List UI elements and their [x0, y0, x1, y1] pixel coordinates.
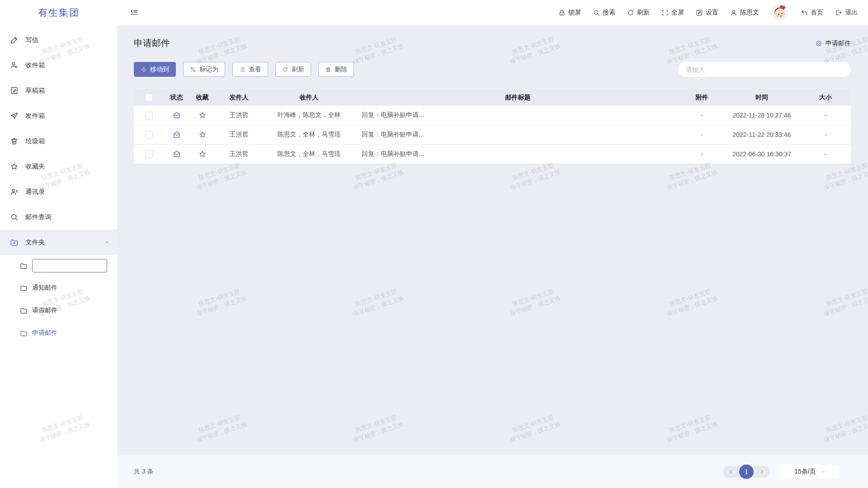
- table-header: 状态 收藏 发件人 收件人 邮件标题 附件 时间 大小: [134, 89, 851, 106]
- list-footer: 共 3 条 1 15条/页: [118, 455, 868, 488]
- time-cell: 2022-11-22 20:33:46: [723, 131, 800, 138]
- toolbar-button-label: 查看: [249, 66, 261, 74]
- toolbar-button-icon: [190, 66, 196, 73]
- sidebar-folder-item[interactable]: 请假邮件: [0, 299, 118, 322]
- toolbar-button-icon: [239, 66, 245, 73]
- sidebar-folder-item[interactable]: 通知邮件: [0, 277, 118, 299]
- sidebar-item[interactable]: 草稿箱: [0, 78, 118, 103]
- folders-label: 文件夹: [25, 238, 45, 247]
- sidebar-item[interactable]: 通讯录: [0, 179, 118, 204]
- topbar-action-label: 搜索: [603, 9, 615, 17]
- envelope-icon[interactable]: [173, 111, 181, 119]
- row-checkbox[interactable]: [145, 150, 153, 158]
- topbar-action[interactable]: 锁屏: [558, 9, 581, 17]
- sidebar-folder-item[interactable]: 申请邮件: [0, 322, 118, 344]
- prev-page-icon[interactable]: [728, 469, 734, 474]
- sidebar-item-folders[interactable]: 文件夹: [0, 230, 118, 255]
- envelope-icon[interactable]: [173, 131, 181, 139]
- page-size-select[interactable]: 15条/页: [781, 465, 840, 479]
- envelope-icon[interactable]: [173, 150, 181, 158]
- topbar-action[interactable]: 全屏: [661, 9, 684, 17]
- collapse-sidebar-icon[interactable]: [130, 8, 139, 17]
- sidebar-item[interactable]: 发件箱: [0, 103, 118, 128]
- topbar-action-label: 全屏: [671, 9, 684, 17]
- sidebar-nav: 写信 收件箱 草稿箱 发件箱 垃: [0, 25, 118, 230]
- table-row[interactable]: 王洪哲 陈思文，全林，马雪瑶 回复：电脑补贴申请... - 2022-06-30…: [134, 145, 851, 164]
- topbar-action-label: 设置: [706, 9, 718, 17]
- toolbar-button[interactable]: 刷新: [275, 62, 311, 77]
- table-row[interactable]: 王洪哲 陈思文，全林，马雪瑶 回复：电脑补贴申请... - 2022-11-22…: [134, 125, 851, 145]
- sidebar-item[interactable]: 收藏夹: [0, 154, 118, 179]
- row-checkbox[interactable]: [145, 112, 153, 119]
- sidebar-item[interactable]: 垃圾箱: [0, 128, 118, 154]
- folder-plus-icon: [10, 238, 19, 247]
- sidebar-item-icon: [10, 137, 19, 145]
- topbar-action[interactable]: 退出: [835, 9, 858, 17]
- topbar-action[interactable]: 刷新: [627, 9, 650, 17]
- breadcrumb-label: 申请邮件: [826, 39, 851, 47]
- topbar-action-icon: [661, 9, 669, 16]
- chevron-up-icon[interactable]: [104, 239, 110, 245]
- topbar-actions: 锁屏 搜索 刷新 全屏 设置: [547, 4, 858, 22]
- star-icon[interactable]: [198, 150, 207, 158]
- topbar-action-icon: [730, 9, 737, 16]
- time-cell: 2022-06-30 16:30:37: [723, 150, 800, 158]
- sidebar-item-icon: [10, 188, 19, 196]
- select-all-checkbox[interactable]: [145, 94, 153, 101]
- topbar-action[interactable]: 陈思文: [730, 9, 759, 17]
- topbar-action-label: 首页: [811, 9, 823, 17]
- page-size-value: 15条/页: [794, 468, 816, 476]
- sidebar-item-icon: [10, 112, 19, 120]
- sidebar-item-label: 收件箱: [25, 61, 45, 70]
- folder-item-label: 通知邮件: [32, 284, 57, 292]
- toolbar-button-icon: [282, 66, 288, 73]
- sidebar-item-icon: [10, 213, 19, 221]
- recipients-cell: 陈思文，全林，马雪瑶: [263, 131, 355, 139]
- topbar-action-icon: [558, 9, 566, 16]
- new-folder-input[interactable]: [32, 259, 107, 272]
- sidebar: 有生集团 写信 收件箱 草稿箱 发件箱: [0, 0, 118, 488]
- topbar-action-label: 陈思文: [740, 9, 759, 17]
- row-checkbox[interactable]: [145, 131, 153, 139]
- app-root: 有生集团 写信 收件箱 草稿箱 发件箱: [0, 0, 868, 488]
- topbar-action-label: 刷新: [637, 9, 650, 17]
- new-folder-row: [0, 255, 118, 277]
- sidebar-item-label: 发件箱: [25, 112, 45, 120]
- subject-cell: 回复：电脑补贴申请...: [355, 131, 680, 139]
- sidebar-item[interactable]: 收件箱: [0, 52, 118, 78]
- avatar[interactable]: [771, 4, 789, 22]
- column-header-subject: 邮件标题: [355, 94, 680, 102]
- star-icon[interactable]: [198, 111, 207, 119]
- topbar-action[interactable]: 设置: [696, 9, 718, 17]
- sidebar-item-icon: [10, 86, 19, 95]
- table-row[interactable]: 王洪哲 叶海峰，陈思文，全林 回复：电脑补贴申请... - 2022-11-28…: [134, 106, 851, 125]
- topbar-action[interactable]: 搜索: [593, 9, 615, 17]
- chevron-down-icon: [821, 469, 826, 474]
- page-number[interactable]: 1: [739, 465, 754, 479]
- subject-cell: 回复：电脑补贴申请...: [355, 111, 680, 119]
- folder-icon: [20, 262, 28, 270]
- toolbar-button[interactable]: 移动到: [134, 62, 176, 77]
- toolbar-button[interactable]: 查看: [232, 62, 268, 77]
- folder-icon: [20, 329, 28, 337]
- sender-cell: 王洪哲: [215, 150, 263, 158]
- folder-icon: [20, 307, 28, 314]
- toolbar-button[interactable]: 删除: [318, 62, 354, 77]
- search-input[interactable]: [685, 66, 844, 74]
- topbar-action[interactable]: 首页: [801, 9, 823, 17]
- sidebar-item-label: 通讯录: [25, 188, 45, 196]
- sidebar-item[interactable]: 写信: [0, 27, 118, 52]
- topbar-action-icon: [801, 9, 808, 16]
- column-header-status: 状态: [164, 94, 189, 102]
- sidebar-item[interactable]: 邮件查询: [0, 204, 118, 230]
- toolbar-button[interactable]: 标记为: [183, 62, 225, 77]
- column-header-recipients: 收件人: [263, 94, 355, 102]
- topbar-action-label: 锁屏: [568, 9, 581, 17]
- sidebar-item-icon: [10, 36, 19, 44]
- map-pin-icon: [815, 40, 822, 47]
- next-page-icon[interactable]: [759, 469, 764, 474]
- folder-icon: [20, 284, 28, 292]
- sender-cell: 王洪哲: [215, 111, 263, 119]
- star-icon[interactable]: [198, 131, 207, 139]
- time-cell: 2022-11-28 10:27:46: [723, 112, 800, 119]
